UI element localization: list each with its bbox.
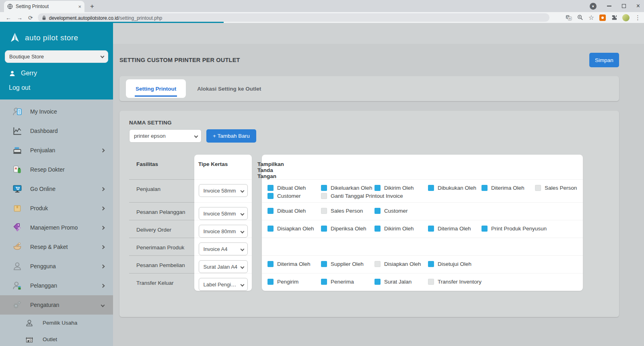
- gear-icon: [12, 300, 23, 310]
- user-row: Gerry: [5, 63, 108, 79]
- chevron-down-icon: [101, 303, 105, 307]
- zoom-icon[interactable]: [577, 15, 583, 21]
- browser-toolbar: ← → ⟳ development.autopilotstore.co.id/s…: [0, 12, 644, 23]
- tabs-bar: Setting PrintoutAlokasi Setting ke Outle…: [119, 76, 619, 101]
- checkbox-checked[interactable]: [374, 208, 381, 214]
- forward-icon[interactable]: →: [17, 15, 23, 21]
- browser-chrome: Setting Printout × + ▾ × ← → ⟳ developme…: [0, 0, 644, 23]
- checkbox-checked[interactable]: [321, 261, 327, 267]
- checkbox-checked[interactable]: [428, 185, 434, 191]
- column-gap: [252, 238, 262, 255]
- url-domain: development.autopilotstore.co.id: [49, 15, 119, 21]
- sidebar-item-pengguna[interactable]: Pengguna: [0, 257, 113, 276]
- orange-extension-icon[interactable]: [599, 15, 606, 21]
- sidebar-item-resep-paket[interactable]: Resep & Paket: [0, 237, 113, 257]
- tab-alokasi-setting-ke-outlet[interactable]: Alokasi Setting ke Outlet: [197, 86, 261, 92]
- checkbox-checked[interactable]: [267, 279, 274, 285]
- add-new-button[interactable]: + Tambah Baru: [206, 129, 256, 143]
- sidebar: auto pilot store Boutique Store Gerry Lo…: [0, 23, 113, 346]
- sidebar-item-resep-dokter[interactable]: RResep Dokter: [0, 160, 113, 179]
- extensions-puzzle-icon[interactable]: [611, 15, 617, 21]
- facility-name: Delivery Order: [129, 220, 194, 238]
- globe-favicon-icon: [7, 4, 13, 9]
- checkbox-unchecked[interactable]: [374, 261, 381, 267]
- sidebar-item-dashboard[interactable]: Dashboard: [0, 121, 113, 141]
- new-tab-button[interactable]: +: [90, 2, 94, 10]
- checkbox-checked[interactable]: [374, 226, 381, 232]
- tab-close-icon[interactable]: ×: [78, 4, 81, 10]
- checkbox-checked[interactable]: [321, 185, 327, 191]
- signature-option: Dibuat Oleh: [267, 185, 321, 191]
- bookmark-star-icon[interactable]: ☆: [588, 14, 594, 21]
- checkbox-checked[interactable]: [481, 226, 488, 232]
- product-box-icon: [12, 203, 23, 213]
- checkbox-checked[interactable]: [374, 185, 381, 191]
- paper-type-select[interactable]: Invoice A4: [199, 242, 248, 255]
- svg-text:%: %: [18, 227, 20, 230]
- checkbox-unchecked[interactable]: [428, 279, 434, 285]
- checkbox-checked[interactable]: [428, 261, 434, 267]
- window-maximize-button[interactable]: [622, 4, 626, 8]
- store-selector[interactable]: Boutique Store: [5, 50, 108, 63]
- sidebar-item-manajemen-promo[interactable]: %Manajemen Promo: [0, 218, 113, 237]
- sidebar-item-label: Manajemen Promo: [30, 224, 78, 231]
- window-minimize-button[interactable]: [607, 6, 611, 6]
- sidebar-item-label: Pelanggan: [30, 282, 57, 289]
- facility-name: Penerimaan Produk: [129, 238, 194, 255]
- checkbox-checked[interactable]: [374, 279, 381, 285]
- back-icon[interactable]: ←: [6, 15, 11, 21]
- owner-icon: [25, 319, 34, 327]
- signature-option: Dibukukan Oleh: [428, 185, 481, 191]
- column-gap: [252, 255, 262, 273]
- tab-setting-printout[interactable]: Setting Printout: [126, 79, 186, 98]
- column-gap: [252, 220, 262, 238]
- profile-avatar[interactable]: [622, 14, 630, 21]
- address-bar[interactable]: development.autopilotstore.co.id/setting…: [38, 13, 549, 22]
- online-store-icon: [12, 184, 23, 194]
- checkbox-unchecked[interactable]: [535, 185, 541, 191]
- signature-option: Print Produk Penyusun: [481, 226, 535, 232]
- signature-option: Disetujui Oleh: [428, 261, 481, 267]
- sidebar-item-my-invoice[interactable]: My Invoice: [0, 102, 113, 121]
- save-button[interactable]: Simpan: [589, 53, 619, 67]
- promo-tag-icon: %: [12, 222, 23, 233]
- window-close-button[interactable]: ×: [636, 3, 640, 9]
- signature-option: Sales Person: [321, 208, 374, 214]
- sidebar-item-go-online[interactable]: Go Online: [0, 179, 113, 199]
- checkbox-unchecked[interactable]: [321, 193, 327, 199]
- checkbox-checked[interactable]: [481, 185, 488, 191]
- checkbox-checked[interactable]: [267, 185, 274, 191]
- browser-update-icon[interactable]: ▾: [590, 3, 597, 10]
- checkbox-checked[interactable]: [321, 226, 327, 232]
- table-row: Penerimaan ProdukInvoice A4: [129, 238, 584, 255]
- checkbox-checked[interactable]: [267, 208, 274, 214]
- invoice-icon: [12, 106, 23, 117]
- paper-type-select[interactable]: Invoice 58mm: [199, 184, 248, 197]
- paper-type-select[interactable]: Label Pengiriman: [199, 278, 248, 291]
- sidebar-item-pengaturan[interactable]: Pengaturan: [0, 295, 113, 315]
- checkbox-checked[interactable]: [267, 226, 274, 232]
- sidebar-item-produk[interactable]: Produk: [0, 199, 113, 218]
- checkbox-unchecked[interactable]: [321, 208, 327, 214]
- signature-option-label: Dibuat Oleh: [277, 185, 306, 191]
- browser-menu-icon[interactable]: ⋮: [635, 14, 641, 21]
- translate-icon[interactable]: A a: [566, 15, 572, 21]
- sidebar-item-pelanggan[interactable]: Pelanggan: [0, 276, 113, 295]
- checkbox-checked[interactable]: [267, 193, 274, 199]
- checkbox-checked[interactable]: [321, 279, 327, 285]
- checkbox-checked[interactable]: [428, 226, 434, 232]
- checkbox-checked[interactable]: [267, 261, 274, 267]
- sidebar-item-label: Pengguna: [30, 263, 56, 269]
- table-row: Delivery OrderInvoice 80mmDisiapkan Oleh…: [129, 220, 584, 238]
- paper-type-select[interactable]: Invoice 58mm: [199, 207, 248, 220]
- sidebar-subitem-pemilik-usaha[interactable]: Pemilik Usaha: [0, 315, 113, 331]
- setting-name-select[interactable]: printer epson: [129, 129, 202, 143]
- logout-link[interactable]: Log out: [5, 79, 108, 94]
- paper-type-select[interactable]: Invoice 80mm: [199, 225, 248, 238]
- sidebar-item-penjualan[interactable]: Penjualan: [0, 141, 113, 160]
- paper-type-select[interactable]: Surat Jalan A4: [199, 260, 248, 273]
- table-row: Pesanan PembelianSurat Jalan A4Diterima …: [129, 255, 584, 273]
- reload-icon[interactable]: ⟳: [28, 15, 33, 21]
- sidebar-subitem-outlet[interactable]: Outlet: [0, 331, 113, 346]
- browser-tab[interactable]: Setting Printout ×: [4, 1, 84, 12]
